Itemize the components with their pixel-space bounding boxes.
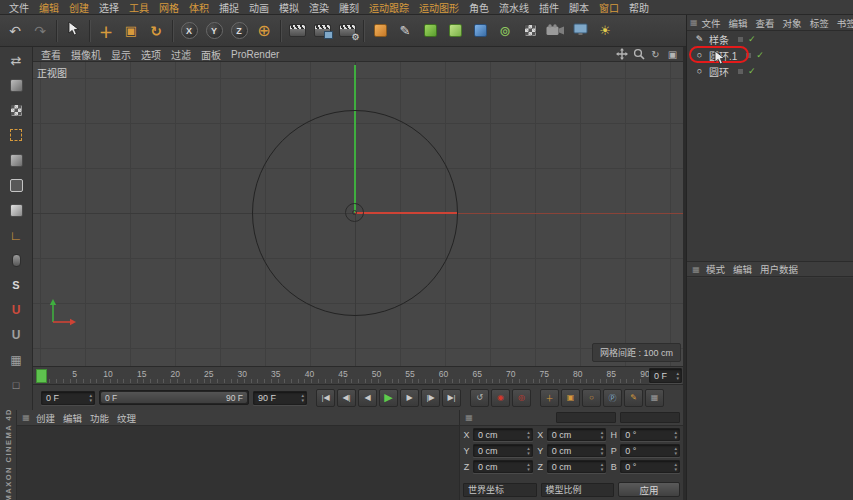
attribute-manager-menu-item[interactable]: 用户数据 — [756, 262, 802, 276]
object-manager-menu-item[interactable]: 编辑 — [725, 16, 752, 30]
menubar-item[interactable]: 动画 — [244, 0, 274, 15]
rotation-mode-dropdown[interactable] — [620, 412, 680, 423]
spinner-icon[interactable] — [86, 393, 92, 403]
render-view-button[interactable] — [285, 19, 309, 43]
model-mode-button[interactable] — [3, 74, 29, 96]
object-row[interactable]: ○圆环✓ — [687, 63, 853, 79]
menubar-item[interactable]: 渲染 — [304, 0, 334, 15]
viewport-menu-item[interactable]: 面板 — [196, 47, 226, 62]
rotate-tool-button[interactable]: ↻ — [144, 19, 168, 43]
zoom-view-icon[interactable] — [632, 48, 645, 61]
menubar-item[interactable]: 捕捉 — [214, 0, 244, 15]
panel-grip-icon[interactable] — [20, 413, 32, 422]
viewport-canvas[interactable]: 正视图 网格间距 : 100 cm — [33, 62, 683, 366]
menubar-item[interactable]: 工具 — [124, 0, 154, 15]
prev-frame-button[interactable]: ◀ — [358, 389, 377, 407]
scale-tool-button[interactable]: ▣ — [119, 19, 143, 43]
visibility-dots-icon[interactable] — [737, 68, 744, 75]
object-manager-menu-item[interactable]: 书签 — [833, 16, 853, 30]
lock-workplane-button[interactable]: □ — [3, 374, 29, 396]
menubar-item[interactable]: 运动图形 — [414, 0, 464, 15]
move-tool-button[interactable]: ＋ — [94, 19, 118, 43]
redo-button[interactable]: ↷ — [28, 19, 52, 43]
next-frame-button[interactable]: ▶ — [400, 389, 419, 407]
workplane-button[interactable]: ▦ — [3, 349, 29, 371]
viewport-menu-item[interactable]: 查看 — [36, 47, 66, 62]
playhead[interactable] — [36, 369, 47, 383]
material-menu-item[interactable]: 编辑 — [59, 411, 86, 425]
magnet-button[interactable]: U — [3, 324, 29, 346]
apply-button[interactable]: 应用 — [618, 482, 680, 497]
lock-z-axis-button[interactable]: Z — [227, 19, 251, 43]
object-row[interactable]: ✎样条✓ — [687, 31, 853, 47]
spinner-icon[interactable] — [524, 430, 530, 440]
size-dropdown[interactable]: 模型比例 — [541, 483, 615, 497]
spinner-icon[interactable] — [598, 446, 604, 456]
viewport-menu-item[interactable]: 选项 — [136, 47, 166, 62]
object-row[interactable]: ○圆环.1✓ — [687, 47, 853, 63]
rotation-p-field[interactable]: 0 ° — [620, 444, 680, 457]
menubar-item[interactable]: 流水线 — [494, 0, 534, 15]
menubar-item[interactable]: 运动跟踪 — [364, 0, 414, 15]
spline-pen-button[interactable]: ✎ — [393, 19, 417, 43]
material-menu-item[interactable]: 纹理 — [113, 411, 140, 425]
texture-mode-button[interactable] — [3, 99, 29, 121]
menubar-item[interactable]: 网格 — [154, 0, 184, 15]
material-menu-item[interactable]: 创建 — [32, 411, 59, 425]
live-selection-button[interactable] — [61, 19, 85, 43]
points-mode-button[interactable] — [3, 149, 29, 171]
menubar-item[interactable]: 雕刻 — [334, 0, 364, 15]
spinner-icon[interactable] — [524, 446, 530, 456]
timeline-options-button[interactable]: ▦ — [645, 389, 664, 407]
menubar-item[interactable]: 插件 — [534, 0, 564, 15]
play-button[interactable]: ▶ — [379, 389, 398, 407]
enable-axis-button[interactable]: ∟ — [3, 224, 29, 246]
camera-button[interactable] — [543, 19, 567, 43]
spinner-icon[interactable] — [672, 446, 678, 456]
panel-grip-icon[interactable] — [463, 413, 475, 422]
timeline-ruler[interactable]: 51015202530354045505560657075808590 0 F — [33, 366, 683, 384]
attribute-manager-menu-item[interactable]: 模式 — [702, 262, 729, 276]
panel-grip-icon[interactable] — [690, 265, 702, 274]
record-rotation-button[interactable]: ○ — [582, 389, 601, 407]
object-name[interactable]: 圆环 — [709, 64, 729, 79]
lock-y-axis-button[interactable]: Y — [202, 19, 226, 43]
object-manager-menu-item[interactable]: 对象 — [779, 16, 806, 30]
floor-button[interactable] — [518, 19, 542, 43]
record-position-button[interactable]: ＋ — [540, 389, 559, 407]
object-manager-menu-item[interactable]: 文件 — [698, 16, 725, 30]
position-x-field[interactable]: 0 cm — [473, 428, 533, 441]
panel-grip-icon[interactable] — [690, 18, 698, 27]
goto-start-button[interactable]: |◀ — [316, 389, 335, 407]
viewport-menu-item[interactable]: 过滤 — [166, 47, 196, 62]
goto-end-button[interactable]: ▶| — [442, 389, 461, 407]
menubar-item[interactable]: 角色 — [464, 0, 494, 15]
menubar-item[interactable]: 脚本 — [564, 0, 594, 15]
playback-start-field[interactable]: 0 F — [41, 391, 95, 405]
menubar-item[interactable]: 选择 — [94, 0, 124, 15]
material-area[interactable] — [17, 426, 459, 500]
preview-range-slider[interactable]: 0 F 90 F — [99, 390, 249, 405]
record-keyframe-button[interactable]: ◉ — [491, 389, 510, 407]
playback-end-field[interactable]: 90 F — [253, 391, 307, 405]
spinner-icon[interactable] — [672, 462, 678, 472]
spinner-icon[interactable] — [673, 371, 679, 381]
enabled-check-icon[interactable]: ✓ — [748, 66, 756, 76]
enabled-check-icon[interactable]: ✓ — [756, 50, 764, 60]
menubar-item[interactable]: 帮助 — [624, 0, 654, 15]
prev-key-button[interactable]: ◀| — [337, 389, 356, 407]
rotation-h-field[interactable]: 0 ° — [620, 428, 680, 441]
polygons-mode-button[interactable] — [3, 199, 29, 221]
render-picture-viewer-button[interactable] — [310, 19, 334, 43]
viewport-solo-button[interactable] — [3, 249, 29, 271]
object-manager-menu-item[interactable]: 标签 — [806, 16, 833, 30]
autokey-button[interactable]: ◎ — [512, 389, 531, 407]
coordinate-system-button[interactable]: ⊕ — [252, 19, 276, 43]
make-editable-button[interactable]: ⇄ — [3, 49, 29, 71]
viewport-menu-item[interactable]: ProRender — [226, 49, 284, 60]
visibility-dots-icon[interactable] — [737, 36, 744, 43]
light-button[interactable]: ☀ — [593, 19, 617, 43]
menubar-item[interactable]: 体积 — [184, 0, 214, 15]
size-y-field[interactable]: 0 cm — [547, 444, 607, 457]
spinner-icon[interactable] — [524, 462, 530, 472]
